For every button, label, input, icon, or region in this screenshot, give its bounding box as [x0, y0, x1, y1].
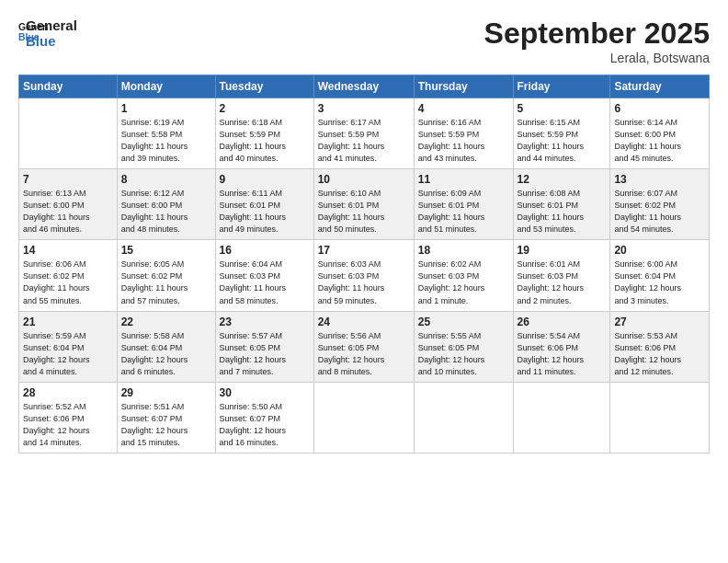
logo-general: General [26, 18, 77, 34]
day-info: Sunrise: 6:06 AMSunset: 6:02 PMDaylight:… [23, 259, 113, 306]
day-number: 30 [220, 386, 310, 399]
calendar-cell: 14Sunrise: 6:06 AMSunset: 6:02 PMDayligh… [19, 240, 118, 311]
day-number: 21 [23, 316, 113, 328]
day-info: Sunrise: 6:14 AMSunset: 6:00 PMDaylight:… [614, 117, 705, 165]
calendar-cell [414, 382, 513, 453]
day-info: Sunrise: 6:11 AMSunset: 6:01 PMDaylight:… [220, 188, 310, 236]
calendar-cell: 15Sunrise: 6:05 AMSunset: 6:02 PMDayligh… [117, 240, 215, 311]
calendar-cell: 7Sunrise: 6:13 AMSunset: 6:00 PMDaylight… [19, 169, 118, 240]
calendar-cell: 18Sunrise: 6:02 AMSunset: 6:03 PMDayligh… [414, 240, 513, 311]
day-number: 24 [318, 316, 410, 328]
calendar-week-row: 14Sunrise: 6:06 AMSunset: 6:02 PMDayligh… [19, 240, 710, 311]
calendar-cell: 9Sunrise: 6:11 AMSunset: 6:01 PMDaylight… [215, 169, 313, 240]
col-header-monday: Monday [117, 75, 215, 98]
day-number: 28 [23, 386, 113, 399]
day-info: Sunrise: 6:00 AMSunset: 6:04 PMDaylight:… [614, 259, 705, 306]
day-info: Sunrise: 6:01 AMSunset: 6:03 PMDaylight:… [518, 259, 607, 306]
day-number: 27 [614, 316, 705, 328]
calendar-cell: 2Sunrise: 6:18 AMSunset: 5:59 PMDaylight… [215, 98, 313, 169]
title-block: September 2025 Lerala, Botswana [484, 17, 710, 65]
calendar-cell: 23Sunrise: 5:57 AMSunset: 6:05 PMDayligh… [215, 311, 313, 382]
calendar-week-row: 1Sunrise: 6:19 AMSunset: 5:58 PMDaylight… [19, 98, 710, 169]
day-number: 3 [318, 102, 410, 115]
calendar-cell: 13Sunrise: 6:07 AMSunset: 6:02 PMDayligh… [610, 169, 710, 240]
calendar-cell: 24Sunrise: 5:56 AMSunset: 6:05 PMDayligh… [313, 311, 414, 382]
day-number: 11 [418, 173, 509, 186]
calendar-cell: 3Sunrise: 6:17 AMSunset: 5:59 PMDaylight… [313, 98, 414, 169]
day-number: 4 [418, 102, 509, 115]
day-info: Sunrise: 5:54 AMSunset: 6:06 PMDaylight:… [518, 330, 607, 378]
calendar-cell: 21Sunrise: 5:59 AMSunset: 6:04 PMDayligh… [19, 311, 118, 382]
day-number: 10 [318, 173, 410, 186]
day-info: Sunrise: 5:56 AMSunset: 6:05 PMDaylight:… [318, 330, 410, 378]
day-number: 15 [121, 244, 211, 257]
day-info: Sunrise: 5:55 AMSunset: 6:05 PMDaylight:… [418, 330, 509, 378]
calendar-cell: 20Sunrise: 6:00 AMSunset: 6:04 PMDayligh… [610, 240, 710, 311]
col-header-tuesday: Tuesday [215, 75, 313, 98]
calendar-cell: 30Sunrise: 5:50 AMSunset: 6:07 PMDayligh… [215, 382, 313, 453]
day-number: 22 [121, 316, 211, 328]
day-number: 8 [121, 173, 211, 186]
day-info: Sunrise: 6:18 AMSunset: 5:59 PMDaylight:… [220, 117, 310, 165]
calendar-cell [313, 382, 414, 453]
day-number: 23 [220, 316, 310, 328]
col-header-saturday: Saturday [610, 75, 710, 98]
calendar-cell: 4Sunrise: 6:16 AMSunset: 5:59 PMDaylight… [414, 98, 513, 169]
day-number: 1 [121, 102, 211, 115]
calendar-cell: 27Sunrise: 5:53 AMSunset: 6:06 PMDayligh… [610, 311, 710, 382]
day-number: 9 [220, 173, 310, 186]
logo-blue: Blue [26, 34, 77, 50]
day-number: 5 [518, 102, 607, 115]
day-info: Sunrise: 5:59 AMSunset: 6:04 PMDaylight:… [23, 330, 113, 378]
day-info: Sunrise: 6:08 AMSunset: 6:01 PMDaylight:… [518, 188, 607, 236]
day-info: Sunrise: 5:53 AMSunset: 6:06 PMDaylight:… [614, 330, 705, 378]
col-header-wednesday: Wednesday [313, 75, 414, 98]
calendar-cell: 22Sunrise: 5:58 AMSunset: 6:04 PMDayligh… [117, 311, 215, 382]
calendar-cell [19, 98, 118, 169]
calendar-cell: 6Sunrise: 6:14 AMSunset: 6:00 PMDaylight… [610, 98, 710, 169]
calendar-week-row: 21Sunrise: 5:59 AMSunset: 6:04 PMDayligh… [19, 311, 710, 382]
calendar-cell: 10Sunrise: 6:10 AMSunset: 6:01 PMDayligh… [313, 169, 414, 240]
day-number: 25 [418, 316, 509, 328]
col-header-friday: Friday [513, 75, 610, 98]
calendar-cell: 19Sunrise: 6:01 AMSunset: 6:03 PMDayligh… [513, 240, 610, 311]
day-number: 16 [220, 244, 310, 257]
day-info: Sunrise: 5:50 AMSunset: 6:07 PMDaylight:… [220, 401, 310, 449]
day-number: 18 [418, 244, 509, 257]
calendar-cell: 17Sunrise: 6:03 AMSunset: 6:03 PMDayligh… [313, 240, 414, 311]
day-number: 26 [518, 316, 607, 328]
day-info: Sunrise: 6:12 AMSunset: 6:00 PMDaylight:… [121, 188, 211, 236]
day-info: Sunrise: 6:04 AMSunset: 6:03 PMDaylight:… [220, 259, 310, 306]
day-info: Sunrise: 6:09 AMSunset: 6:01 PMDaylight:… [418, 188, 509, 236]
calendar-cell: 25Sunrise: 5:55 AMSunset: 6:05 PMDayligh… [414, 311, 513, 382]
logo: General Blue General Blue [18, 17, 77, 49]
day-number: 20 [614, 244, 705, 257]
day-info: Sunrise: 6:16 AMSunset: 5:59 PMDaylight:… [418, 117, 509, 165]
day-number: 29 [121, 386, 211, 399]
day-info: Sunrise: 6:10 AMSunset: 6:01 PMDaylight:… [318, 188, 410, 236]
calendar-cell: 8Sunrise: 6:12 AMSunset: 6:00 PMDaylight… [117, 169, 215, 240]
day-number: 13 [614, 173, 705, 186]
day-info: Sunrise: 6:02 AMSunset: 6:03 PMDaylight:… [418, 259, 509, 306]
day-number: 2 [220, 102, 310, 115]
page: General Blue General Blue September 2025… [0, 0, 728, 563]
day-info: Sunrise: 6:05 AMSunset: 6:02 PMDaylight:… [121, 259, 211, 306]
header: General Blue General Blue September 2025… [18, 17, 710, 65]
calendar-cell: 16Sunrise: 6:04 AMSunset: 6:03 PMDayligh… [215, 240, 313, 311]
calendar-cell: 12Sunrise: 6:08 AMSunset: 6:01 PMDayligh… [513, 169, 610, 240]
day-info: Sunrise: 5:58 AMSunset: 6:04 PMDaylight:… [121, 330, 211, 378]
month-title: September 2025 [484, 17, 710, 51]
calendar-cell: 29Sunrise: 5:51 AMSunset: 6:07 PMDayligh… [117, 382, 215, 453]
day-number: 12 [518, 173, 607, 186]
day-info: Sunrise: 5:52 AMSunset: 6:06 PMDaylight:… [23, 401, 113, 449]
day-number: 7 [23, 173, 113, 186]
day-number: 19 [518, 244, 607, 257]
day-number: 14 [23, 244, 113, 257]
day-info: Sunrise: 5:51 AMSunset: 6:07 PMDaylight:… [121, 401, 211, 449]
col-header-sunday: Sunday [19, 75, 118, 98]
calendar-cell: 5Sunrise: 6:15 AMSunset: 5:59 PMDaylight… [513, 98, 610, 169]
day-number: 17 [318, 244, 410, 257]
day-info: Sunrise: 6:03 AMSunset: 6:03 PMDaylight:… [318, 259, 410, 306]
calendar-cell: 11Sunrise: 6:09 AMSunset: 6:01 PMDayligh… [414, 169, 513, 240]
day-info: Sunrise: 6:17 AMSunset: 5:59 PMDaylight:… [318, 117, 410, 165]
